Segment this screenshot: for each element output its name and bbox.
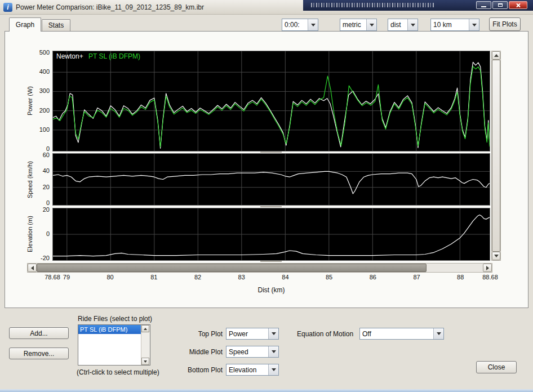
x-tick-label: 78.68 <box>45 274 60 280</box>
bottom-plot-combo[interactable]: Elevation <box>226 364 279 376</box>
middle-plot-label: Middle Plot <box>169 348 223 356</box>
y-tick-label: 20 <box>43 206 50 213</box>
dropdown-button[interactable] <box>433 328 443 339</box>
x-tick-label: 85 <box>326 274 332 280</box>
maximize-button[interactable] <box>492 1 508 9</box>
remove-file-button[interactable]: Remove... <box>9 348 69 359</box>
scroll-down-icon <box>144 360 147 363</box>
x-tick-label: 80 <box>106 274 113 280</box>
x-tick-label: 81 <box>150 274 157 280</box>
chevron-down-icon <box>472 24 477 26</box>
units-value: metric <box>343 21 366 29</box>
y-tick-label: 300 <box>39 87 50 94</box>
equation-of-motion-label: Equation of Motion <box>297 330 353 338</box>
speed-ytick-labels: 0204060 <box>32 153 51 206</box>
x-axis-title: Dist (km) <box>52 286 490 294</box>
scroll-up-icon <box>494 54 499 57</box>
y-tick-label: 400 <box>39 68 50 75</box>
dropdown-button[interactable] <box>268 328 278 339</box>
plot-legend: Newton+ PT SL (iB DFPM) <box>56 52 140 60</box>
legend-newton: Newton+ <box>56 52 83 60</box>
add-file-button[interactable]: Add... <box>9 327 69 339</box>
top-plot-label: Top Plot <box>169 330 223 338</box>
range-combo[interactable]: 10 km <box>430 19 479 31</box>
power-plot[interactable] <box>52 51 490 152</box>
ctrl-click-hint: (Ctrl-click to select multiple) <box>77 368 159 376</box>
scroll-left-button[interactable] <box>28 264 37 272</box>
horizontal-scroll-thumb[interactable] <box>37 264 427 272</box>
scroll-left-icon <box>31 266 34 270</box>
elevation-plot[interactable] <box>52 208 490 261</box>
bottom-plot-label: Bottom Plot <box>169 366 223 374</box>
listbox-scrollbar[interactable] <box>141 325 150 365</box>
x-tick-label: 88 <box>457 274 464 280</box>
x-tick-label: 79 <box>63 274 70 280</box>
background-window-title-text <box>311 3 435 7</box>
chevron-down-icon <box>272 350 276 353</box>
dropdown-button[interactable] <box>469 19 479 30</box>
app-icon: i <box>3 3 12 12</box>
dropdown-button[interactable] <box>407 19 417 30</box>
y-tick-label: 500 <box>39 49 50 56</box>
ride-files-listbox[interactable]: PT SL (iB DFPM) <box>78 324 150 366</box>
speed-plot[interactable] <box>52 153 490 206</box>
bottom-plot-value: Elevation <box>229 366 268 374</box>
close-window-button[interactable] <box>509 1 527 9</box>
middle-plot-combo[interactable]: Speed <box>226 346 279 358</box>
y-tick-label: 60 <box>43 152 50 158</box>
plot-separator-tick <box>260 261 282 262</box>
middle-plot-value: Speed <box>229 348 268 356</box>
xaxis-mode-combo[interactable]: dist <box>388 19 418 31</box>
top-plot-value: Power <box>229 330 268 338</box>
x-tick-label: 84 <box>282 274 288 280</box>
x-tick-label: 86 <box>370 274 376 280</box>
listbox-scroll-up-button[interactable] <box>141 325 149 332</box>
minimize-button[interactable] <box>476 1 491 9</box>
tab-stats[interactable]: Stats <box>42 19 70 32</box>
y-tick-label: 200 <box>39 107 50 114</box>
units-combo[interactable]: metric <box>340 19 377 31</box>
y-tick-label: 0 <box>46 230 50 237</box>
x-tick-label: 87 <box>413 274 420 280</box>
close-dialog-button[interactable]: Close <box>476 361 517 373</box>
scroll-down-icon <box>494 255 499 257</box>
desktop-edge-strip <box>0 389 533 392</box>
window-title: Power Meter Comparison: iBike_11_09_2012… <box>16 3 204 11</box>
scroll-down-button[interactable] <box>492 252 500 260</box>
y-tick-label: 100 <box>39 126 50 133</box>
listbox-scroll-down-button[interactable] <box>141 358 149 365</box>
time-interval-combo[interactable]: 0:00: <box>282 19 318 31</box>
range-value: 10 km <box>433 21 469 29</box>
chevron-down-icon <box>311 24 316 26</box>
vertical-scroll-thumb[interactable] <box>492 60 500 252</box>
plot-vertical-scrollbar[interactable] <box>491 51 501 261</box>
chevron-down-icon <box>370 24 374 26</box>
plot-horizontal-scrollbar[interactable] <box>27 263 492 273</box>
scroll-up-icon <box>144 328 147 330</box>
list-item-ptsl[interactable]: PT SL (iB DFPM) <box>78 325 141 334</box>
dropdown-button[interactable] <box>268 346 278 357</box>
chevron-down-icon <box>437 332 441 335</box>
scroll-right-button[interactable] <box>483 264 492 272</box>
equation-of-motion-combo[interactable]: Off <box>359 328 444 340</box>
xaxis-mode-value: dist <box>390 21 407 29</box>
y-tick-label: 40 <box>43 167 50 174</box>
top-plot-combo[interactable]: Power <box>226 328 279 340</box>
fit-plots-button[interactable]: Fit Plots <box>489 17 521 31</box>
tab-graph[interactable]: Graph <box>9 17 41 32</box>
minimize-icon <box>481 6 486 7</box>
close-icon <box>516 3 521 8</box>
dropdown-button[interactable] <box>366 19 376 30</box>
x-tick-labels: 78.687980818283848586878888.68 <box>52 274 490 282</box>
power-meter-comparison-window: i Power Meter Comparison: iBike_11_09_20… <box>0 0 533 392</box>
chevron-down-icon <box>272 368 276 371</box>
scroll-up-button[interactable] <box>492 51 500 60</box>
x-tick-label: 83 <box>238 274 245 280</box>
x-tick-label: 82 <box>194 274 201 280</box>
dropdown-button[interactable] <box>308 19 318 30</box>
dropdown-button[interactable] <box>268 364 278 375</box>
ride-files-label: Ride Files (select to plot) <box>78 315 152 323</box>
plot-separator-tick <box>260 206 282 207</box>
y-tick-label: 0 <box>46 199 50 206</box>
equation-of-motion-value: Off <box>362 330 433 338</box>
